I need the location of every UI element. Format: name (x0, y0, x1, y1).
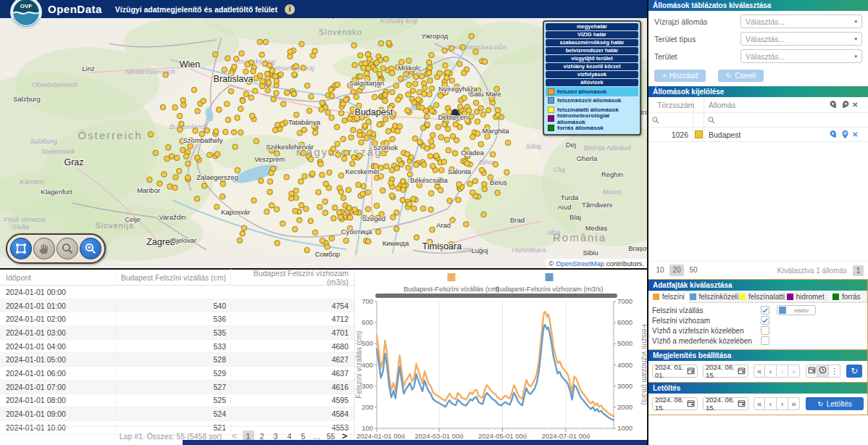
tab-felszínalatti[interactable]: felszínalatti (739, 291, 785, 303)
col-torzsszam[interactable]: Törzsszám (648, 97, 693, 112)
page-size-button[interactable]: 20 (669, 265, 684, 276)
station-dot[interactable] (478, 141, 484, 147)
station-dot[interactable] (383, 98, 388, 104)
station-dot[interactable] (258, 178, 264, 184)
station-dot[interactable] (452, 151, 458, 157)
column-header-idopont[interactable]: Időpont (0, 273, 116, 282)
station-dot[interactable] (341, 195, 346, 201)
station-dot[interactable] (264, 71, 270, 77)
station-dot[interactable] (480, 112, 486, 117)
station-dot[interactable] (449, 46, 455, 51)
map-layer-button[interactable]: megyehatár (546, 23, 638, 30)
station-dot[interactable] (177, 168, 183, 174)
station-dot[interactable] (292, 72, 298, 78)
station-dot[interactable] (458, 104, 464, 110)
checkbox-checked[interactable] (761, 306, 769, 315)
station-dot[interactable] (222, 67, 228, 73)
station-dot[interactable] (472, 178, 478, 184)
station-dot[interactable] (470, 134, 476, 140)
station-dot[interactable] (275, 241, 280, 246)
search-code-input[interactable] (648, 113, 693, 127)
station-dot[interactable] (398, 76, 404, 82)
station-dot[interactable] (453, 122, 459, 128)
station-dot[interactable] (413, 74, 419, 80)
station-dot[interactable] (364, 71, 370, 77)
station-row[interactable]: 1026Budapest✕ (648, 128, 868, 142)
refresh-chart-button[interactable]: ↻ (846, 365, 862, 378)
station-dot[interactable] (384, 164, 390, 170)
station-dot[interactable] (217, 107, 222, 113)
station-dot[interactable] (228, 88, 234, 94)
station-dot[interactable] (322, 210, 328, 216)
station-dot[interactable] (191, 87, 197, 93)
add-station-button[interactable]: +Hozzáad (654, 70, 706, 82)
station-dot[interactable] (188, 144, 193, 149)
station-dot[interactable] (456, 197, 462, 203)
station-dot[interactable] (304, 207, 309, 212)
station-dot[interactable] (482, 59, 488, 65)
station-dot[interactable] (312, 49, 318, 54)
station-dot[interactable] (225, 117, 231, 123)
station-dot[interactable] (293, 64, 299, 70)
legend-station-type[interactable]: hidrometeorológiai állomások (546, 115, 638, 124)
station-dot[interactable] (147, 177, 153, 183)
station-dot[interactable] (271, 96, 277, 102)
station-dot[interactable] (163, 72, 169, 78)
station-dot[interactable] (404, 72, 409, 78)
checkbox-unchecked[interactable] (761, 336, 769, 345)
station-dot[interactable] (293, 188, 299, 194)
station-dot[interactable] (302, 173, 308, 179)
station-dot[interactable] (361, 183, 367, 189)
station-dot[interactable] (374, 203, 380, 209)
station-dot[interactable] (299, 41, 305, 47)
station-dot[interactable] (323, 181, 329, 187)
station-dot[interactable] (438, 135, 444, 141)
station-dot[interactable] (430, 163, 436, 169)
station-dot[interactable] (351, 128, 356, 133)
station-dot[interactable] (454, 138, 459, 144)
station-dot[interactable] (319, 107, 325, 112)
table-row[interactable]: 2024-01-01 06:005294637 (0, 367, 354, 380)
station-dot[interactable] (325, 110, 331, 116)
station-dot[interactable] (447, 198, 453, 204)
legend-station-type[interactable]: felszíni állomások (546, 87, 638, 96)
station-dot[interactable] (299, 179, 304, 185)
station-dot[interactable] (251, 198, 257, 204)
col-allomas[interactable]: Állomás (704, 101, 829, 109)
step-back-button[interactable]: ‹ (765, 365, 777, 378)
station-dot[interactable] (165, 145, 171, 151)
station-dot[interactable] (320, 100, 325, 106)
station-dot[interactable] (442, 48, 448, 54)
timeseries-chart[interactable]: Budapest-Felszíni vízállás (cm)Budapest-… (355, 270, 647, 445)
station-dot[interactable] (265, 88, 271, 93)
tab-felszíni[interactable]: felszíni (648, 291, 690, 303)
station-dot[interactable] (462, 96, 467, 101)
station-dot[interactable] (235, 115, 241, 121)
station-dot[interactable] (284, 90, 290, 96)
station-dot[interactable] (224, 101, 230, 107)
station-dot[interactable] (414, 235, 420, 241)
station-dot[interactable] (259, 52, 265, 58)
station-dot[interactable] (357, 133, 363, 138)
station-dot[interactable] (394, 165, 400, 171)
station-dot[interactable] (473, 100, 479, 106)
station-dot[interactable] (390, 89, 396, 95)
station-dot[interactable] (400, 197, 406, 203)
station-dot[interactable] (292, 227, 298, 233)
station-dot[interactable] (310, 171, 316, 177)
table-row[interactable]: 2024-01-01 01:005404754 (0, 299, 354, 313)
station-dot[interactable] (172, 105, 178, 111)
station-dot[interactable] (481, 181, 487, 187)
station-dot[interactable] (214, 151, 220, 157)
station-dot[interactable] (481, 212, 487, 217)
download-button[interactable]: ↻Letöltés (806, 397, 864, 410)
station-dot[interactable] (438, 93, 443, 99)
station-dot[interactable] (389, 70, 395, 76)
station-dot[interactable] (429, 108, 435, 114)
station-dot[interactable] (272, 128, 278, 133)
station-dot[interactable] (396, 97, 401, 103)
station-dot[interactable] (377, 71, 383, 77)
osm-link[interactable]: OpenStreetMap (556, 259, 604, 267)
station-dot[interactable] (351, 154, 357, 160)
station-dot[interactable] (409, 155, 414, 161)
